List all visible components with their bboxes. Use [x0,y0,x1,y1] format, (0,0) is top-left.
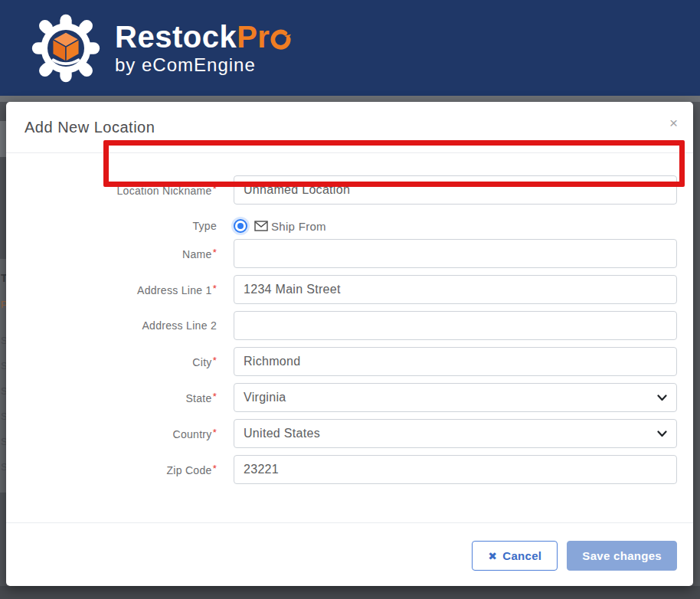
dimmed-page-right-edge [693,102,700,586]
required-asterisk: * [213,183,217,195]
dimmed-page-bottom-edge [0,586,700,599]
form-row-address2: Address Line 2 [6,311,677,340]
chevron-down-icon [657,394,667,401]
brand-restock-text: Restock [115,21,237,52]
modal-title: Add New Location [25,119,155,136]
modal-footer: ✖ Cancel Save changes [6,522,693,586]
city-input[interactable] [234,347,677,376]
form-row-name: Name* [6,239,677,268]
save-changes-button[interactable]: Save changes [567,541,677,571]
required-asterisk: * [213,391,217,402]
required-asterisk: * [213,463,217,474]
app-header: RestockPr by eComEngine [0,0,700,96]
restockpro-logo-icon [29,11,103,85]
address1-input[interactable] [234,275,677,304]
country-label: Country* [6,427,234,440]
modal-body: Location Nickname* Type Ship Fr [6,153,693,522]
address2-label: Address Line 2 [6,319,234,332]
envelope-icon [254,221,268,231]
cancel-button-label: Cancel [502,549,541,562]
form-row-address1: Address Line 1* [6,275,677,304]
form-row-city: City* [6,347,677,376]
name-input[interactable] [234,239,677,268]
form-row-state: State* Virginia [6,383,677,412]
nickname-input[interactable] [234,175,677,205]
cancel-button[interactable]: ✖ Cancel [472,541,558,571]
close-icon[interactable]: × [669,116,678,130]
save-button-label: Save changes [582,549,662,562]
form-row-nickname: Location Nickname* [6,175,677,205]
cancel-x-icon: ✖ [488,550,497,562]
form-row-zip: Zip Code* [6,455,677,484]
chevron-down-icon [657,430,667,437]
required-asterisk: * [213,427,217,438]
ship-from-label: Ship From [271,220,326,233]
country-select[interactable]: United States [234,419,677,448]
form-row-type: Type Ship From [6,218,677,234]
type-label: Type [6,220,234,232]
dimmed-page-top-strip [0,96,700,102]
required-asterisk: * [213,247,217,258]
nickname-label: Location Nickname* [6,183,234,197]
form-row-country: Country* United States [6,419,677,448]
state-select-value: Virginia [244,391,286,404]
add-location-modal: Add New Location × Location Nickname* Ty… [6,102,693,586]
app-viewport: RestockPr by eComEngine Ty Ph Sh Sh Sh S… [0,0,700,599]
city-label: City* [6,355,234,368]
ship-from-radio-option[interactable]: Ship From [234,219,677,233]
brand-pro-text: Pr [237,21,270,52]
pro-arrow-o-icon [270,29,291,50]
state-select[interactable]: Virginia [234,383,677,412]
modal-header: Add New Location × [6,102,693,153]
name-label: Name* [6,247,234,260]
required-asterisk: * [213,283,217,294]
brand-tagline: by eComEngine [115,56,291,74]
brand-name: RestockPr [115,21,291,52]
required-asterisk: * [213,355,217,366]
country-select-value: United States [244,427,320,440]
brand-block: RestockPr by eComEngine [115,21,291,74]
zip-input[interactable] [234,455,677,484]
address2-input[interactable] [234,311,677,340]
radio-selected-icon[interactable] [234,219,247,233]
address1-label: Address Line 1* [6,283,234,296]
state-label: State* [6,391,234,404]
zip-label: Zip Code* [6,463,234,476]
